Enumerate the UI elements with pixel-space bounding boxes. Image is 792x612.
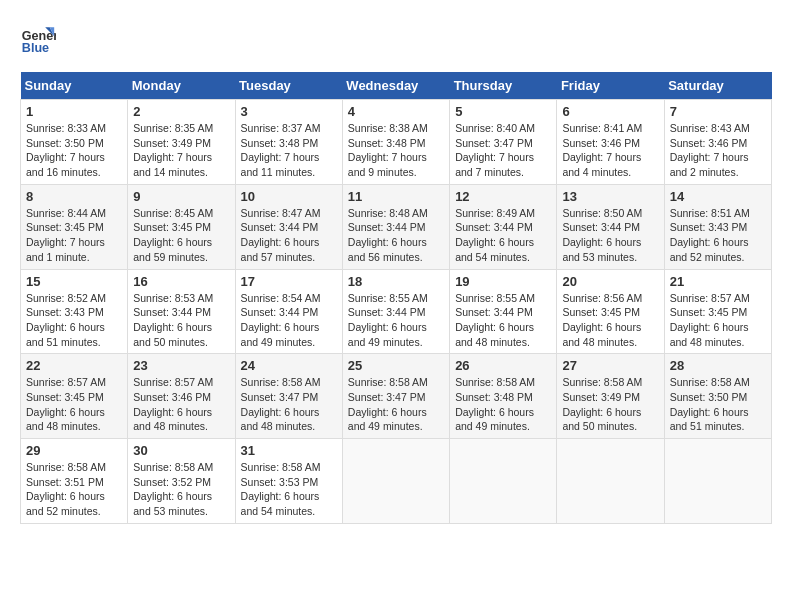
sunset-label: Sunset: 3:44 PM	[133, 306, 211, 318]
day-info: Sunrise: 8:58 AM Sunset: 3:47 PM Dayligh…	[348, 375, 444, 434]
calendar-cell: 16 Sunrise: 8:53 AM Sunset: 3:44 PM Dayl…	[128, 269, 235, 354]
calendar-week-row: 22 Sunrise: 8:57 AM Sunset: 3:45 PM Dayl…	[21, 354, 772, 439]
day-number: 8	[26, 189, 122, 204]
daylight-label: Daylight: 7 hours and 14 minutes.	[133, 151, 212, 178]
day-number: 25	[348, 358, 444, 373]
calendar-cell: 9 Sunrise: 8:45 AM Sunset: 3:45 PM Dayli…	[128, 184, 235, 269]
sunrise-label: Sunrise: 8:58 AM	[241, 461, 321, 473]
sunset-label: Sunset: 3:47 PM	[241, 391, 319, 403]
daylight-label: Daylight: 7 hours and 16 minutes.	[26, 151, 105, 178]
daylight-label: Daylight: 7 hours and 9 minutes.	[348, 151, 427, 178]
calendar-table: SundayMondayTuesdayWednesdayThursdayFrid…	[20, 72, 772, 524]
day-number: 1	[26, 104, 122, 119]
logo-icon: General Blue	[20, 20, 56, 56]
day-info: Sunrise: 8:33 AM Sunset: 3:50 PM Dayligh…	[26, 121, 122, 180]
day-info: Sunrise: 8:49 AM Sunset: 3:44 PM Dayligh…	[455, 206, 551, 265]
sunrise-label: Sunrise: 8:52 AM	[26, 292, 106, 304]
sunrise-label: Sunrise: 8:58 AM	[26, 461, 106, 473]
calendar-cell: 27 Sunrise: 8:58 AM Sunset: 3:49 PM Dayl…	[557, 354, 664, 439]
day-number: 10	[241, 189, 337, 204]
sunrise-label: Sunrise: 8:55 AM	[455, 292, 535, 304]
sunrise-label: Sunrise: 8:37 AM	[241, 122, 321, 134]
column-header-saturday: Saturday	[664, 72, 771, 100]
column-header-friday: Friday	[557, 72, 664, 100]
day-info: Sunrise: 8:57 AM Sunset: 3:45 PM Dayligh…	[26, 375, 122, 434]
svg-text:Blue: Blue	[22, 41, 49, 55]
calendar-cell: 13 Sunrise: 8:50 AM Sunset: 3:44 PM Dayl…	[557, 184, 664, 269]
column-header-monday: Monday	[128, 72, 235, 100]
sunrise-label: Sunrise: 8:41 AM	[562, 122, 642, 134]
calendar-cell: 17 Sunrise: 8:54 AM Sunset: 3:44 PM Dayl…	[235, 269, 342, 354]
day-info: Sunrise: 8:48 AM Sunset: 3:44 PM Dayligh…	[348, 206, 444, 265]
calendar-cell: 19 Sunrise: 8:55 AM Sunset: 3:44 PM Dayl…	[450, 269, 557, 354]
day-number: 9	[133, 189, 229, 204]
day-number: 20	[562, 274, 658, 289]
day-number: 2	[133, 104, 229, 119]
day-info: Sunrise: 8:47 AM Sunset: 3:44 PM Dayligh…	[241, 206, 337, 265]
day-number: 23	[133, 358, 229, 373]
sunset-label: Sunset: 3:45 PM	[26, 391, 104, 403]
sunrise-label: Sunrise: 8:38 AM	[348, 122, 428, 134]
sunrise-label: Sunrise: 8:58 AM	[455, 376, 535, 388]
day-info: Sunrise: 8:57 AM Sunset: 3:46 PM Dayligh…	[133, 375, 229, 434]
day-info: Sunrise: 8:55 AM Sunset: 3:44 PM Dayligh…	[455, 291, 551, 350]
calendar-cell: 29 Sunrise: 8:58 AM Sunset: 3:51 PM Dayl…	[21, 439, 128, 524]
daylight-label: Daylight: 6 hours and 53 minutes.	[562, 236, 641, 263]
sunset-label: Sunset: 3:44 PM	[455, 221, 533, 233]
sunset-label: Sunset: 3:46 PM	[670, 137, 748, 149]
sunrise-label: Sunrise: 8:56 AM	[562, 292, 642, 304]
calendar-cell: 31 Sunrise: 8:58 AM Sunset: 3:53 PM Dayl…	[235, 439, 342, 524]
sunset-label: Sunset: 3:46 PM	[133, 391, 211, 403]
sunset-label: Sunset: 3:48 PM	[241, 137, 319, 149]
column-header-thursday: Thursday	[450, 72, 557, 100]
day-info: Sunrise: 8:41 AM Sunset: 3:46 PM Dayligh…	[562, 121, 658, 180]
calendar-cell: 1 Sunrise: 8:33 AM Sunset: 3:50 PM Dayli…	[21, 100, 128, 185]
sunset-label: Sunset: 3:52 PM	[133, 476, 211, 488]
day-number: 15	[26, 274, 122, 289]
daylight-label: Daylight: 6 hours and 48 minutes.	[133, 406, 212, 433]
sunset-label: Sunset: 3:44 PM	[241, 221, 319, 233]
daylight-label: Daylight: 6 hours and 48 minutes.	[670, 321, 749, 348]
sunset-label: Sunset: 3:50 PM	[26, 137, 104, 149]
day-number: 5	[455, 104, 551, 119]
calendar-cell: 8 Sunrise: 8:44 AM Sunset: 3:45 PM Dayli…	[21, 184, 128, 269]
daylight-label: Daylight: 6 hours and 48 minutes.	[455, 321, 534, 348]
day-info: Sunrise: 8:58 AM Sunset: 3:51 PM Dayligh…	[26, 460, 122, 519]
day-info: Sunrise: 8:38 AM Sunset: 3:48 PM Dayligh…	[348, 121, 444, 180]
calendar-cell	[342, 439, 449, 524]
calendar-cell	[557, 439, 664, 524]
calendar-cell: 6 Sunrise: 8:41 AM Sunset: 3:46 PM Dayli…	[557, 100, 664, 185]
daylight-label: Daylight: 6 hours and 49 minutes.	[348, 406, 427, 433]
daylight-label: Daylight: 6 hours and 50 minutes.	[133, 321, 212, 348]
sunrise-label: Sunrise: 8:53 AM	[133, 292, 213, 304]
calendar-header-row: SundayMondayTuesdayWednesdayThursdayFrid…	[21, 72, 772, 100]
logo: General Blue	[20, 20, 60, 56]
calendar-cell: 3 Sunrise: 8:37 AM Sunset: 3:48 PM Dayli…	[235, 100, 342, 185]
sunset-label: Sunset: 3:48 PM	[348, 137, 426, 149]
sunrise-label: Sunrise: 8:58 AM	[562, 376, 642, 388]
column-header-sunday: Sunday	[21, 72, 128, 100]
sunset-label: Sunset: 3:45 PM	[670, 306, 748, 318]
daylight-label: Daylight: 6 hours and 54 minutes.	[455, 236, 534, 263]
calendar-cell: 4 Sunrise: 8:38 AM Sunset: 3:48 PM Dayli…	[342, 100, 449, 185]
day-info: Sunrise: 8:40 AM Sunset: 3:47 PM Dayligh…	[455, 121, 551, 180]
calendar-cell: 22 Sunrise: 8:57 AM Sunset: 3:45 PM Dayl…	[21, 354, 128, 439]
calendar-cell: 7 Sunrise: 8:43 AM Sunset: 3:46 PM Dayli…	[664, 100, 771, 185]
daylight-label: Daylight: 6 hours and 49 minutes.	[348, 321, 427, 348]
calendar-cell	[664, 439, 771, 524]
sunrise-label: Sunrise: 8:57 AM	[133, 376, 213, 388]
day-number: 30	[133, 443, 229, 458]
sunset-label: Sunset: 3:53 PM	[241, 476, 319, 488]
sunrise-label: Sunrise: 8:49 AM	[455, 207, 535, 219]
daylight-label: Daylight: 6 hours and 48 minutes.	[562, 321, 641, 348]
daylight-label: Daylight: 6 hours and 53 minutes.	[133, 490, 212, 517]
calendar-cell: 21 Sunrise: 8:57 AM Sunset: 3:45 PM Dayl…	[664, 269, 771, 354]
sunrise-label: Sunrise: 8:55 AM	[348, 292, 428, 304]
day-number: 7	[670, 104, 766, 119]
daylight-label: Daylight: 6 hours and 48 minutes.	[26, 406, 105, 433]
day-info: Sunrise: 8:55 AM Sunset: 3:44 PM Dayligh…	[348, 291, 444, 350]
sunrise-label: Sunrise: 8:58 AM	[241, 376, 321, 388]
calendar-cell: 15 Sunrise: 8:52 AM Sunset: 3:43 PM Dayl…	[21, 269, 128, 354]
sunset-label: Sunset: 3:45 PM	[133, 221, 211, 233]
sunrise-label: Sunrise: 8:57 AM	[670, 292, 750, 304]
